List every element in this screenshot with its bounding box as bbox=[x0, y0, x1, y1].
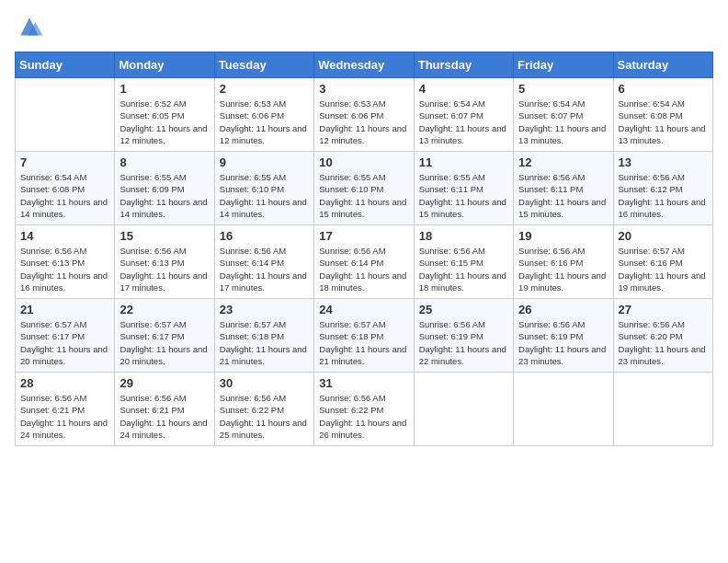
calendar-cell: 18Sunrise: 6:56 AMSunset: 6:15 PMDayligh… bbox=[414, 225, 513, 299]
logo-icon bbox=[15, 15, 44, 40]
day-number: 10 bbox=[319, 155, 408, 169]
day-info: Sunrise: 6:55 AMSunset: 6:10 PMDaylight:… bbox=[220, 171, 309, 220]
day-header-monday: Monday bbox=[115, 52, 214, 78]
calendar-cell: 1Sunrise: 6:52 AMSunset: 6:05 PMDaylight… bbox=[115, 78, 214, 152]
day-header-tuesday: Tuesday bbox=[214, 52, 313, 78]
calendar-cell: 28Sunrise: 6:56 AMSunset: 6:21 PMDayligh… bbox=[16, 373, 115, 446]
day-info: Sunrise: 6:56 AMSunset: 6:20 PMDaylight:… bbox=[619, 318, 708, 367]
day-number: 26 bbox=[518, 303, 608, 316]
calendar-cell: 10Sunrise: 6:55 AMSunset: 6:10 PMDayligh… bbox=[314, 152, 414, 225]
day-number: 20 bbox=[619, 229, 708, 243]
day-header-thursday: Thursday bbox=[414, 52, 513, 78]
calendar-cell: 5Sunrise: 6:54 AMSunset: 6:07 PMDaylight… bbox=[514, 78, 613, 152]
calendar-cell: 4Sunrise: 6:54 AMSunset: 6:07 PMDaylight… bbox=[414, 78, 513, 152]
day-header-saturday: Saturday bbox=[613, 52, 712, 78]
calendar-cell: 31Sunrise: 6:56 AMSunset: 6:22 PMDayligh… bbox=[314, 373, 414, 446]
calendar-week-row: 7Sunrise: 6:54 AMSunset: 6:08 PMDaylight… bbox=[16, 152, 713, 225]
calendar-cell: 11Sunrise: 6:55 AMSunset: 6:11 PMDayligh… bbox=[414, 152, 513, 225]
day-info: Sunrise: 6:54 AMSunset: 6:08 PMDaylight:… bbox=[20, 171, 109, 220]
day-info: Sunrise: 6:56 AMSunset: 6:12 PMDaylight:… bbox=[619, 171, 708, 220]
calendar-cell bbox=[414, 373, 513, 446]
day-number: 16 bbox=[220, 229, 309, 243]
calendar-cell: 29Sunrise: 6:56 AMSunset: 6:21 PMDayligh… bbox=[115, 373, 214, 446]
day-number: 3 bbox=[319, 82, 408, 96]
calendar-week-row: 1Sunrise: 6:52 AMSunset: 6:05 PMDaylight… bbox=[16, 78, 713, 152]
day-header-sunday: Sunday bbox=[16, 52, 115, 78]
day-number: 25 bbox=[419, 303, 508, 316]
day-header-wednesday: Wednesday bbox=[314, 52, 414, 78]
day-number: 8 bbox=[119, 155, 209, 169]
day-info: Sunrise: 6:55 AMSunset: 6:11 PMDaylight:… bbox=[419, 171, 508, 220]
calendar-cell: 15Sunrise: 6:56 AMSunset: 6:13 PMDayligh… bbox=[115, 225, 214, 299]
day-number: 24 bbox=[319, 303, 408, 316]
day-info: Sunrise: 6:56 AMSunset: 6:22 PMDaylight:… bbox=[220, 392, 309, 441]
day-info: Sunrise: 6:56 AMSunset: 6:11 PMDaylight:… bbox=[518, 171, 608, 220]
calendar-cell: 22Sunrise: 6:57 AMSunset: 6:17 PMDayligh… bbox=[115, 299, 214, 373]
calendar-cell: 9Sunrise: 6:55 AMSunset: 6:10 PMDaylight… bbox=[214, 152, 313, 225]
day-number: 31 bbox=[319, 376, 408, 390]
day-number: 17 bbox=[319, 229, 408, 243]
day-info: Sunrise: 6:56 AMSunset: 6:16 PMDaylight:… bbox=[518, 245, 608, 293]
day-number: 13 bbox=[619, 155, 708, 169]
day-info: Sunrise: 6:57 AMSunset: 6:17 PMDaylight:… bbox=[20, 318, 109, 367]
day-info: Sunrise: 6:56 AMSunset: 6:22 PMDaylight:… bbox=[319, 392, 408, 441]
calendar-cell: 23Sunrise: 6:57 AMSunset: 6:18 PMDayligh… bbox=[214, 299, 313, 373]
day-number: 15 bbox=[119, 229, 209, 243]
day-number: 19 bbox=[518, 229, 608, 243]
day-info: Sunrise: 6:56 AMSunset: 6:19 PMDaylight:… bbox=[419, 318, 508, 367]
calendar-cell: 19Sunrise: 6:56 AMSunset: 6:16 PMDayligh… bbox=[514, 225, 613, 299]
calendar-cell: 20Sunrise: 6:57 AMSunset: 6:16 PMDayligh… bbox=[613, 225, 712, 299]
day-number: 21 bbox=[20, 303, 109, 316]
day-number: 11 bbox=[419, 155, 508, 169]
day-number: 18 bbox=[419, 229, 508, 243]
day-number: 7 bbox=[20, 155, 109, 169]
day-number: 30 bbox=[220, 376, 309, 390]
calendar-week-row: 14Sunrise: 6:56 AMSunset: 6:13 PMDayligh… bbox=[16, 225, 713, 299]
calendar-cell: 16Sunrise: 6:56 AMSunset: 6:14 PMDayligh… bbox=[214, 225, 313, 299]
calendar-cell: 6Sunrise: 6:54 AMSunset: 6:08 PMDaylight… bbox=[613, 78, 712, 152]
day-info: Sunrise: 6:56 AMSunset: 6:19 PMDaylight:… bbox=[518, 318, 608, 367]
day-info: Sunrise: 6:53 AMSunset: 6:06 PMDaylight:… bbox=[220, 98, 309, 146]
day-number: 29 bbox=[119, 376, 209, 390]
calendar-cell bbox=[514, 373, 613, 446]
day-info: Sunrise: 6:54 AMSunset: 6:08 PMDaylight:… bbox=[619, 98, 708, 146]
calendar-week-row: 21Sunrise: 6:57 AMSunset: 6:17 PMDayligh… bbox=[16, 299, 713, 373]
day-number: 2 bbox=[220, 82, 309, 96]
day-info: Sunrise: 6:56 AMSunset: 6:13 PMDaylight:… bbox=[20, 245, 109, 293]
day-info: Sunrise: 6:56 AMSunset: 6:21 PMDaylight:… bbox=[20, 392, 109, 441]
calendar-cell: 27Sunrise: 6:56 AMSunset: 6:20 PMDayligh… bbox=[613, 299, 712, 373]
day-info: Sunrise: 6:55 AMSunset: 6:09 PMDaylight:… bbox=[119, 171, 209, 220]
calendar-cell: 2Sunrise: 6:53 AMSunset: 6:06 PMDaylight… bbox=[214, 78, 313, 152]
day-info: Sunrise: 6:56 AMSunset: 6:21 PMDaylight:… bbox=[119, 392, 209, 441]
day-header-friday: Friday bbox=[514, 52, 613, 78]
calendar-cell: 17Sunrise: 6:56 AMSunset: 6:14 PMDayligh… bbox=[314, 225, 414, 299]
day-info: Sunrise: 6:56 AMSunset: 6:15 PMDaylight:… bbox=[419, 245, 508, 293]
day-info: Sunrise: 6:56 AMSunset: 6:14 PMDaylight:… bbox=[220, 245, 309, 293]
calendar-cell: 12Sunrise: 6:56 AMSunset: 6:11 PMDayligh… bbox=[514, 152, 613, 225]
calendar-cell: 14Sunrise: 6:56 AMSunset: 6:13 PMDayligh… bbox=[16, 225, 115, 299]
day-info: Sunrise: 6:57 AMSunset: 6:18 PMDaylight:… bbox=[319, 318, 408, 367]
day-info: Sunrise: 6:53 AMSunset: 6:06 PMDaylight:… bbox=[319, 98, 408, 146]
day-number: 6 bbox=[619, 82, 708, 96]
day-number: 14 bbox=[20, 229, 109, 243]
day-info: Sunrise: 6:57 AMSunset: 6:18 PMDaylight:… bbox=[220, 318, 309, 367]
calendar-cell: 3Sunrise: 6:53 AMSunset: 6:06 PMDaylight… bbox=[314, 78, 414, 152]
day-info: Sunrise: 6:55 AMSunset: 6:10 PMDaylight:… bbox=[319, 171, 408, 220]
day-number: 4 bbox=[419, 82, 508, 96]
calendar-cell: 26Sunrise: 6:56 AMSunset: 6:19 PMDayligh… bbox=[514, 299, 613, 373]
day-number: 27 bbox=[619, 303, 708, 316]
calendar-cell: 8Sunrise: 6:55 AMSunset: 6:09 PMDaylight… bbox=[115, 152, 214, 225]
day-info: Sunrise: 6:56 AMSunset: 6:14 PMDaylight:… bbox=[319, 245, 408, 293]
day-number: 28 bbox=[20, 376, 109, 390]
calendar-table: SundayMondayTuesdayWednesdayThursdayFrid… bbox=[15, 52, 713, 446]
day-number: 22 bbox=[119, 303, 209, 316]
calendar-week-row: 28Sunrise: 6:56 AMSunset: 6:21 PMDayligh… bbox=[16, 373, 713, 446]
day-info: Sunrise: 6:54 AMSunset: 6:07 PMDaylight:… bbox=[518, 98, 608, 146]
day-info: Sunrise: 6:52 AMSunset: 6:05 PMDaylight:… bbox=[119, 98, 209, 146]
day-info: Sunrise: 6:57 AMSunset: 6:16 PMDaylight:… bbox=[619, 245, 708, 293]
day-number: 1 bbox=[119, 82, 209, 96]
calendar-cell: 30Sunrise: 6:56 AMSunset: 6:22 PMDayligh… bbox=[214, 373, 313, 446]
day-number: 23 bbox=[220, 303, 309, 316]
calendar-header-row: SundayMondayTuesdayWednesdayThursdayFrid… bbox=[16, 52, 713, 78]
day-info: Sunrise: 6:54 AMSunset: 6:07 PMDaylight:… bbox=[419, 98, 508, 146]
